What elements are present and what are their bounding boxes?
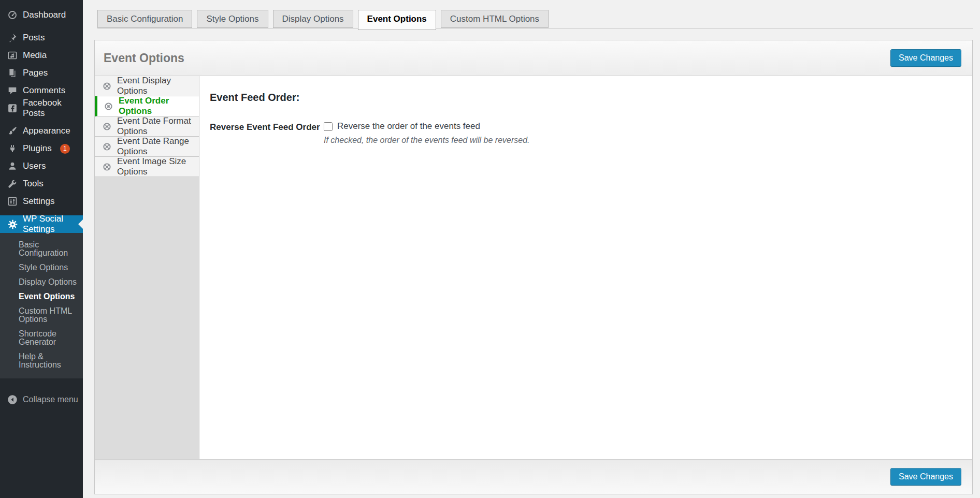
tab-display-options[interactable]: Display Options: [273, 10, 353, 28]
page-root: { "sidebar": { "items": [ {"label": "Das…: [0, 0, 980, 498]
collapse-menu-label: Collapse menu: [23, 395, 78, 404]
sidebar-item-label: Posts: [23, 33, 45, 43]
brush-icon: [7, 126, 18, 136]
save-changes-button-top[interactable]: Save Changes: [890, 49, 961, 67]
submenu-item-help-instructions[interactable]: Help & Instructions: [0, 349, 83, 372]
sidebar-item-label: Tools: [23, 179, 44, 189]
sidebar-item-label: Dashboard: [23, 10, 66, 20]
globe-icon: [103, 122, 111, 131]
plug-icon: [7, 143, 18, 154]
submenu-item-shortcode-generator[interactable]: Shortcode Generator: [0, 327, 83, 349]
sidebar-item-label: Pages: [23, 68, 48, 78]
settings-tabbar: Basic Configuration Style Options Displa…: [97, 10, 973, 28]
panel-body: Event Display Options Event Order Option…: [95, 76, 972, 459]
subnav-item-event-date-format-options[interactable]: Event Date Format Options: [95, 116, 199, 137]
tab-basic-configuration[interactable]: Basic Configuration: [97, 10, 192, 28]
sidebar-item-label: Plugins: [23, 143, 52, 154]
sidebar-item-media[interactable]: Media: [0, 47, 83, 64]
pages-icon: [7, 68, 18, 78]
panel-header: Event Options Save Changes: [95, 40, 972, 76]
subnav-item-event-image-size-options[interactable]: Event Image Size Options: [95, 157, 199, 177]
subnav-item-event-display-options[interactable]: Event Display Options: [95, 76, 199, 96]
tab-custom-html-options[interactable]: Custom HTML Options: [441, 10, 549, 28]
tab-event-options[interactable]: Event Options: [358, 10, 436, 30]
dashboard-icon: [7, 10, 18, 20]
page-title: Event Options: [104, 51, 184, 65]
collapse-arrow-icon: [7, 394, 18, 405]
globe-icon: [103, 142, 111, 151]
field-description: If checked, the order of the events feed…: [324, 136, 960, 145]
gear-icon: [7, 219, 18, 229]
submenu-item-style-options[interactable]: Style Options: [0, 260, 83, 275]
sidebar-item-wp-social-settings[interactable]: WP Social Settings: [0, 215, 83, 233]
field-controls: Reverse the order of the events feed If …: [324, 121, 960, 145]
globe-icon: [103, 163, 111, 171]
checkbox-label: Reverse the order of the events feed: [337, 121, 480, 131]
sidebar-item-comments[interactable]: Comments: [0, 82, 83, 99]
sidebar-item-label: Settings: [23, 196, 54, 207]
submenu-item-basic-configuration[interactable]: Basic Configuration: [0, 238, 83, 260]
subnav-item-label: Event Date Format Options: [117, 116, 199, 137]
reverse-feed-order-checkbox[interactable]: [324, 122, 333, 131]
event-options-panel: Event Options Save Changes Event Display…: [94, 40, 973, 494]
subnav-item-label: Event Date Range Options: [117, 136, 199, 157]
sidebar-item-plugins[interactable]: Plugins 1: [0, 140, 83, 157]
submenu-item-event-options[interactable]: Event Options: [0, 289, 83, 304]
subnav-item-label: Event Order Options: [119, 96, 199, 116]
sidebar-item-tools[interactable]: Tools: [0, 175, 83, 193]
sidebar-item-label: Comments: [23, 85, 65, 96]
media-icon: [7, 50, 18, 61]
sidebar-item-settings[interactable]: Settings: [0, 193, 83, 210]
sidebar-item-users[interactable]: Users: [0, 157, 83, 175]
sidebar-item-dashboard[interactable]: Dashboard: [0, 6, 83, 24]
subnav-item-event-order-options[interactable]: Event Order Options: [95, 96, 199, 116]
wrench-icon: [7, 179, 18, 189]
pushpin-icon: [7, 33, 18, 43]
sidebar-item-label: WP Social Settings: [23, 214, 83, 235]
sidebar-item-label: Appearance: [23, 126, 70, 136]
globe-icon: [104, 102, 113, 111]
user-icon: [7, 161, 18, 171]
wp-social-settings-submenu: Basic Configuration Style Options Displa…: [0, 233, 83, 378]
tab-style-options[interactable]: Style Options: [197, 10, 268, 28]
sidebar-item-label: Users: [23, 161, 46, 171]
facebook-icon: [7, 103, 18, 113]
globe-icon: [103, 82, 111, 91]
sidebar-item-facebook-posts[interactable]: Facebook Posts: [0, 99, 83, 117]
event-options-subnav: Event Display Options Event Order Option…: [95, 76, 199, 459]
field-label: Reverse Event Feed Order: [210, 121, 324, 145]
submenu-item-display-options[interactable]: Display Options: [0, 275, 83, 289]
reverse-feed-order-row: Reverse Event Feed Order Reverse the ord…: [210, 121, 960, 145]
sidebar-item-posts[interactable]: Posts: [0, 29, 83, 47]
main-area: Basic Configuration Style Options Displa…: [83, 0, 980, 498]
collapse-menu-button[interactable]: Collapse menu: [0, 391, 83, 408]
admin-sidebar: Dashboard Posts Media Pages Comments: [0, 0, 83, 498]
reverse-feed-order-option: Reverse the order of the events feed: [324, 121, 960, 131]
subnav-item-event-date-range-options[interactable]: Event Date Range Options: [95, 137, 199, 157]
comment-icon: [7, 85, 18, 96]
subnav-item-label: Event Display Options: [117, 76, 199, 96]
sidebar-item-label: Facebook Posts: [23, 98, 83, 119]
sliders-icon: [7, 196, 18, 207]
sidebar-item-label: Media: [23, 50, 47, 61]
plugins-update-badge: 1: [60, 144, 70, 154]
save-changes-button-bottom[interactable]: Save Changes: [890, 468, 961, 486]
panel-footer: Save Changes: [95, 459, 972, 494]
sidebar-item-appearance[interactable]: Appearance: [0, 122, 83, 140]
section-heading: Event Feed Order:: [210, 92, 960, 104]
subnav-item-label: Event Image Size Options: [117, 156, 199, 177]
current-menu-notch: [78, 219, 83, 229]
settings-content: Event Feed Order: Reverse Event Feed Ord…: [199, 76, 972, 459]
sidebar-item-pages[interactable]: Pages: [0, 64, 83, 82]
submenu-item-custom-html-options[interactable]: Custom HTML Options: [0, 304, 83, 327]
